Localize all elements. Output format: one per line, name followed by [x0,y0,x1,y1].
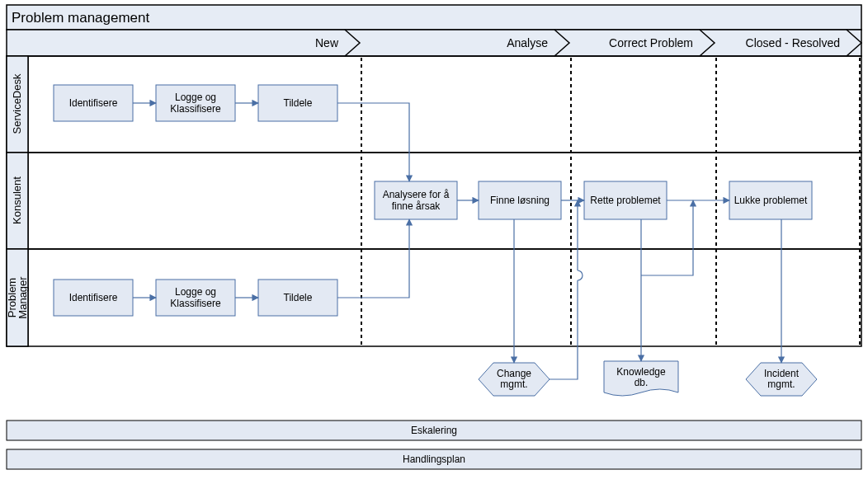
box-k-lukke: Lukke problemet [729,181,812,219]
svg-text:Rette problemet: Rette problemet [590,195,661,206]
svg-text:Incident: Incident [764,368,800,379]
lane-problem-manager: Problem Manager [6,276,29,319]
output-incident-mgmt: Incident mgmt. [746,363,817,396]
box-k-rette: Rette problemet [584,181,667,219]
box-k-analysere: Analysere for å finne årsak [375,181,457,219]
box-sd-tildele: Tildele [258,85,337,121]
svg-text:Tildele: Tildele [284,292,313,303]
box-pm-tildele: Tildele [258,280,337,316]
svg-text:Identifisere: Identifisere [69,97,118,109]
bar-eskalering: Eskalering [7,421,861,440]
bar-handlingsplan: Handlingsplan [7,449,861,469]
svg-text:db.: db. [634,377,649,388]
svg-text:Manager: Manager [17,276,29,319]
svg-text:finne årsak: finne årsak [392,200,441,212]
phase-closed: Closed - Resolved [746,36,840,49]
svg-text:Change: Change [497,368,531,379]
svg-rect-3 [7,56,861,153]
svg-text:Analysere for å: Analysere for å [383,189,450,200]
svg-text:Handlingsplan: Handlingsplan [403,453,465,465]
svg-text:Lukke problemet: Lukke problemet [734,195,808,206]
box-sd-logge: Logge og Klassifisere [156,85,235,121]
swimlane-frame: Problem management ServiceDesk Konsulent… [6,5,861,346]
diagram-title: Problem management [12,10,150,26]
lane-servicedesk: ServiceDesk [11,73,23,134]
phase-new: New [315,36,339,49]
svg-text:Finne løsning: Finne løsning [490,195,550,206]
svg-text:Klassifisere: Klassifisere [170,103,221,115]
box-pm-logge: Logge og Klassifisere [156,280,235,316]
svg-text:mgmt.: mgmt. [767,378,795,390]
svg-text:Eskalering: Eskalering [411,425,457,436]
box-pm-identifisere: Identifisere [54,280,133,316]
output-knowledge-db: Knowledge db. [604,361,678,396]
svg-text:Klassifisere: Klassifisere [170,298,221,309]
svg-rect-1 [7,30,861,56]
svg-text:mgmt.: mgmt. [500,378,527,390]
box-k-finne: Finne løsning [479,181,561,219]
lane-konsulent: Konsulent [11,176,23,224]
svg-text:Knowledge: Knowledge [616,366,666,378]
connectors [133,103,781,379]
svg-text:Logge og: Logge og [175,92,216,103]
svg-text:Tildele: Tildele [284,97,313,109]
output-change-mgmt: Change mgmt. [479,363,550,396]
box-sd-identifisere: Identifisere [54,85,133,121]
phase-correct: Correct Problem [609,36,693,49]
svg-text:Logge og: Logge og [175,286,216,298]
phase-analyse: Analyse [507,36,548,49]
svg-text:Identifisere: Identifisere [69,292,118,303]
